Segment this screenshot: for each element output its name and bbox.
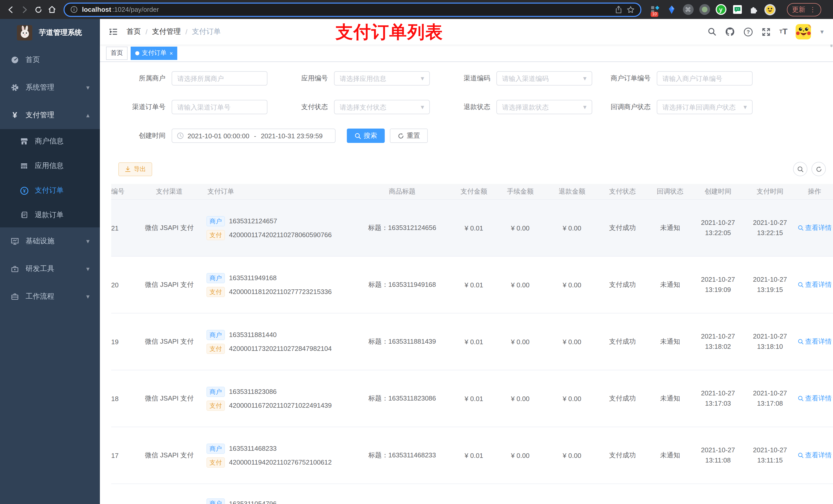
user-avatar[interactable]: [795, 24, 811, 40]
sidebar-toggle-button[interactable]: [108, 27, 118, 37]
profile-emoji-avatar[interactable]: [764, 4, 776, 15]
sidebar-item-app-info[interactable]: 应用信息: [0, 154, 100, 178]
avatar-caret-down-icon[interactable]: ▼: [819, 29, 825, 35]
extension-blocks-icon[interactable]: 10: [649, 4, 661, 15]
extension-y-icon[interactable]: y: [715, 4, 727, 15]
sidebar-item-workflow[interactable]: 工作流程 ▼: [0, 283, 100, 310]
browser-update-button[interactable]: 更新 ⋮: [787, 3, 821, 16]
sidebar-item-payment[interactable]: ¥ 支付管理 ▲: [0, 101, 100, 129]
extension-camera-icon[interactable]: [699, 4, 710, 15]
browser-menu-dots-icon[interactable]: ⋮: [809, 6, 816, 13]
date-range-picker[interactable]: 2021-10-01 00:00:00 - 2021-10-31 23:59:5…: [172, 128, 336, 143]
channel-code-filter-select[interactable]: [496, 71, 592, 86]
table-tools: [793, 162, 826, 176]
refresh-table-button[interactable]: [811, 162, 826, 176]
site-info-icon[interactable]: [70, 6, 78, 13]
view-detail-link[interactable]: 查看详情: [798, 280, 832, 289]
breadcrumb-separator: /: [186, 28, 188, 36]
channel-order-no-input[interactable]: [172, 100, 267, 114]
navbar-actions: ? TT: [708, 24, 825, 40]
yen-circle-icon: ¥: [20, 186, 29, 195]
table-row[interactable]: 20 微信 JSAPI 支付 商户1635311949168 支付4200001…: [111, 257, 833, 313]
table-row[interactable]: 18 微信 JSAPI 支付 商户1635311823086 支付4200001…: [111, 370, 833, 427]
reset-button[interactable]: 重置: [390, 128, 428, 143]
view-detail-link[interactable]: 查看详情: [798, 451, 832, 460]
sidebar-item-home[interactable]: 首页: [0, 46, 100, 74]
bookmark-star-icon[interactable]: [626, 5, 635, 14]
chevron-up-icon: ▲: [85, 112, 91, 118]
briefcase-icon: [10, 292, 20, 301]
active-tag-dot: [135, 51, 139, 55]
sidebar-logo[interactable]: 芋道管理系统: [0, 19, 100, 46]
cell-pay-time: 2021-10-2713:18:10: [743, 331, 796, 352]
tag-home[interactable]: 首页: [106, 46, 127, 60]
browser-home-button[interactable]: [46, 3, 58, 16]
notify-status-select[interactable]: [657, 100, 753, 114]
sidebar-item-pay-order[interactable]: ¥ 支付订单: [0, 178, 100, 203]
github-link-button[interactable]: [725, 27, 735, 37]
column-header-channel: 支付渠道: [132, 187, 207, 196]
sidebar-item-system[interactable]: 系统管理 ▼: [0, 74, 100, 101]
emoji-face-icon: [764, 4, 776, 15]
orders-table: 编号 支付渠道 支付订单 商品标题 支付金额 手续金额 退款金额 支付状态 回调…: [111, 184, 833, 504]
font-size-button[interactable]: TT: [779, 28, 787, 36]
cell-amount: ¥ 0.01: [454, 224, 494, 232]
sidebar-item-merchant-info[interactable]: 商户信息: [0, 129, 100, 154]
table-row-partial[interactable]: 商户1635311054796: [111, 484, 833, 504]
sidebar-item-infrastructure[interactable]: 基础设施 ▼: [0, 227, 100, 255]
cell-action: 查看详情: [796, 223, 832, 233]
merchant-filter-input[interactable]: [172, 71, 267, 86]
view-detail-link[interactable]: 查看详情: [798, 337, 832, 346]
yen-icon: ¥: [10, 111, 20, 120]
share-icon[interactable]: [615, 5, 622, 14]
channel-pay-no: 4200001194202110276752100612: [229, 458, 332, 466]
refund-status-select[interactable]: [496, 100, 592, 114]
view-detail-link[interactable]: 查看详情: [798, 394, 832, 403]
header-search-button[interactable]: [708, 27, 717, 37]
extension-command-icon[interactable]: ⌘: [682, 4, 694, 15]
table-header-row: 编号 支付渠道 支付订单 商品标题 支付金额 手续金额 退款金额 支付状态 回调…: [111, 184, 833, 200]
cell-action: 查看详情: [796, 280, 832, 289]
merchant-order-no-input[interactable]: [657, 71, 753, 86]
table-row[interactable]: 21 微信 JSAPI 支付 商户1635312124657 支付4200001…: [111, 200, 833, 257]
search-icon: [798, 395, 804, 402]
cell-create-time: 2021-10-2713:17:03: [693, 388, 743, 409]
extension-kite-icon[interactable]: [666, 4, 677, 15]
browser-reload-button[interactable]: [32, 3, 45, 16]
fullscreen-button[interactable]: [761, 27, 771, 37]
table-row[interactable]: 19 微信 JSAPI 支付 商户1635311881440 支付4200001…: [111, 313, 833, 370]
browser-forward-button[interactable]: [18, 3, 31, 16]
app-filter-select[interactable]: [334, 71, 430, 86]
filter-label: 支付状态: [288, 102, 334, 112]
pay-status-select[interactable]: [334, 100, 430, 114]
extensions-area: 10 ⌘ y: [649, 3, 821, 16]
browser-back-button[interactable]: [4, 3, 17, 16]
table-row[interactable]: 17 微信 JSAPI 支付 商户1635311468233 支付4200001…: [111, 427, 833, 484]
avatar-pikachu-image: [795, 24, 811, 40]
extensions-puzzle-icon[interactable]: [748, 4, 759, 15]
cell-title: 标题：1635311881439: [351, 337, 454, 346]
back-icon: [6, 5, 15, 14]
tag-close-icon[interactable]: ×: [170, 50, 173, 56]
extension-chat-icon[interactable]: [732, 4, 743, 15]
monitor-icon: [10, 237, 20, 245]
view-detail-link[interactable]: 查看详情: [798, 223, 832, 233]
help-button[interactable]: ?: [743, 27, 753, 37]
search-button[interactable]: 搜索: [347, 128, 385, 143]
sidebar-item-label: 支付管理: [26, 111, 54, 120]
sidebar-item-dev-tools[interactable]: 研发工具 ▼: [0, 255, 100, 283]
tag-pay-order[interactable]: 支付订单 ×: [130, 46, 177, 60]
sidebar-item-label: 商户信息: [35, 137, 64, 146]
cell-create-time: 2021-10-2713:11:08: [693, 445, 743, 465]
breadcrumb-section[interactable]: 支付管理: [152, 27, 181, 37]
filter-app: 应用编号 ▼: [288, 71, 430, 86]
url-bar[interactable]: localhost :1024/pay/order: [64, 2, 641, 17]
merchant-order-no: 1635311881440: [229, 331, 277, 339]
breadcrumb-home[interactable]: 首页: [126, 27, 141, 37]
merchant-tag: 商户: [207, 443, 225, 454]
export-button[interactable]: 导出: [118, 162, 152, 176]
cell-pay-order: 商户1635311468233 支付4200001194202110276752…: [207, 440, 351, 471]
show-search-toggle-button[interactable]: [793, 162, 807, 176]
sidebar-item-refund-order[interactable]: 退款订单: [0, 203, 100, 227]
column-header-create-time: 创建时间: [693, 187, 743, 196]
